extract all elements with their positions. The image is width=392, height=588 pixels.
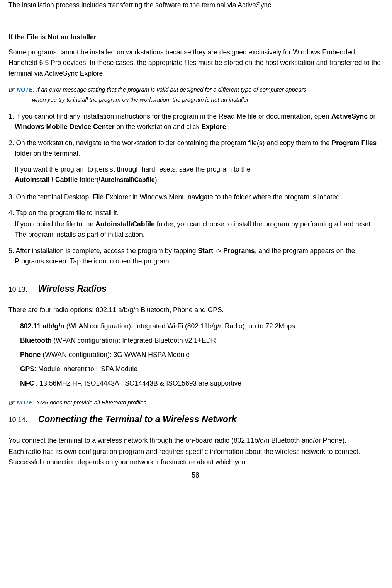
list-bold-80211: 802.11 a/b/g/n xyxy=(20,322,64,330)
section-1013-intro: There are four radio options: 802.11 a/b… xyxy=(8,305,382,315)
step-2-bold-autoinstall: Autoinstall \ Cabfile xyxy=(15,176,78,184)
list-num-5: 5. xyxy=(8,378,20,389)
section-title-1014: Connecting the Terminal to a Wireless Ne… xyxy=(38,414,237,424)
step-4-continuation: If you copied the file to the Autoinstal… xyxy=(8,219,382,240)
radio-item-2: 2.Bluetooth (WPAN configuration): Integr… xyxy=(8,335,382,346)
section-1014-p2: Each radio has its own configuration pro… xyxy=(8,447,382,467)
step-3: 3. On the terminal Desktop, File Explore… xyxy=(8,192,382,202)
intro-paragraph: The installation process includes transf… xyxy=(8,0,382,10)
step-2: 2. On the workstation, navigate to the w… xyxy=(8,138,382,159)
section-heading-1014: 10.14.Connecting the Terminal to a Wirel… xyxy=(8,413,382,427)
list-mid-3: (WWAN configuration): 3G WWAN HSPA Modul… xyxy=(41,351,189,359)
step-1-text-e: on the workstation and click xyxy=(115,123,202,131)
step-2-text-f: folder( xyxy=(78,176,98,184)
list-num-1: 1. xyxy=(8,321,20,331)
step-2-path: \AutoInstall\Cabfile xyxy=(99,177,155,183)
section-heading-1013: 10.13.Wireless Radios xyxy=(8,282,382,296)
step-2-text-h: ). xyxy=(155,176,159,184)
section-title-1013: Wireless Radios xyxy=(38,284,107,294)
step-4-text-b: If you copied the file to the xyxy=(15,220,95,228)
section-number-1014: 10.14. xyxy=(8,415,27,425)
note-text-line1: If an error message stating that the pro… xyxy=(36,86,307,93)
list-rest-1: Integrated Wi-Fi (802.11b/g/n Radio), up… xyxy=(133,322,295,330)
step-1-bold-wmdc: Windows Mobile Device Center xyxy=(15,123,115,131)
note-block-1: ☞ NOTE:If an error message stating that … xyxy=(8,84,382,105)
section-number-1013: 10.13. xyxy=(8,284,27,295)
list-num-3: 3. xyxy=(8,350,20,360)
list-num-4: 4. xyxy=(8,364,20,374)
radio-item-5: 5.NFC : 13.56MHz HF, ISO14443A, ISO14443… xyxy=(8,378,382,389)
note-content: NOTE:If an error message stating that th… xyxy=(17,84,306,105)
step-1: 1. If you cannot find any installation i… xyxy=(8,111,382,132)
list-bold-bt: Bluetooth xyxy=(20,336,52,344)
list-rest-nfc: : 13.56MHz HF, ISO14443A, ISO14443B & IS… xyxy=(34,379,241,387)
radio-item-3: 3.Phone (WWAN configuration): 3G WWAN HS… xyxy=(8,350,382,360)
note-label-2: NOTE: xyxy=(17,399,35,406)
subheading-not-installer: If the File is Not an Installer xyxy=(8,32,382,42)
step-5-bold-programs: Programs xyxy=(223,247,255,255)
step-4-bold-autoinstall: Autoinstall\Cabfile xyxy=(95,220,155,228)
step-5-text-a: 5. After installation is complete, acces… xyxy=(8,247,198,255)
pointing-hand-icon: ☞ xyxy=(8,84,15,95)
note-block-2: ☞ NOTE:XM5 does not provide all Bluetoot… xyxy=(8,397,382,408)
list-num-2: 2. xyxy=(8,335,20,346)
step-5: 5. After installation is complete, acces… xyxy=(8,246,382,267)
note-text-line2: when you try to install the program on t… xyxy=(17,95,306,105)
step-1-bold-explore: Explore xyxy=(201,123,226,131)
page-number: 58 xyxy=(8,470,382,481)
step-2-text-d: If you want the program to persist throu… xyxy=(15,165,251,173)
step-5-text-c: -> xyxy=(213,247,223,255)
note-content-2: NOTE:XM5 does not provide all Bluetooth … xyxy=(17,397,148,408)
list-bold-gps: GPS xyxy=(20,365,34,373)
list-mid-4: : Module inherent to HSPA Module xyxy=(34,365,137,373)
step-1-text-c: or xyxy=(368,112,375,120)
step-1-text-a: 1. If you cannot find any installation i… xyxy=(8,112,331,120)
step-4: 4. Tap on the program file to install it… xyxy=(8,208,382,218)
step-5-bold-start: Start xyxy=(198,247,213,255)
step-1-text-g: . xyxy=(226,123,228,131)
note-text-2: XM5 does not provide all Bluetooth profi… xyxy=(36,399,148,406)
step-2-bold-program-files: Program Files xyxy=(332,139,377,147)
step-2-text-a: 2. On the workstation, navigate to the w… xyxy=(8,139,332,147)
paragraph-not-installer: Some programs cannot be installed on wor… xyxy=(8,47,382,78)
list-bold-nfc: NFC xyxy=(20,379,34,387)
pointing-hand-icon: ☞ xyxy=(8,397,15,408)
radio-item-4: 4.GPS: Module inherent to HSPA Module xyxy=(8,364,382,374)
list-mid-1: (WLAN configuration) xyxy=(64,322,131,330)
step-2-text-c: folder on the terminal. xyxy=(15,150,80,157)
note-label: NOTE: xyxy=(17,86,35,93)
list-bold-phone: Phone xyxy=(20,351,41,359)
step-1-bold-activesync: ActiveSync xyxy=(331,112,368,120)
radio-item-1: 1.802.11 a/b/g/n (WLAN configuration): I… xyxy=(8,321,382,331)
step-2-continuation: If you want the program to persist throu… xyxy=(8,164,382,185)
section-1014-p1: You connect the terminal to a wireless n… xyxy=(8,435,382,446)
list-mid-2: (WPAN configuration): Integrated Bluetoo… xyxy=(52,336,216,344)
